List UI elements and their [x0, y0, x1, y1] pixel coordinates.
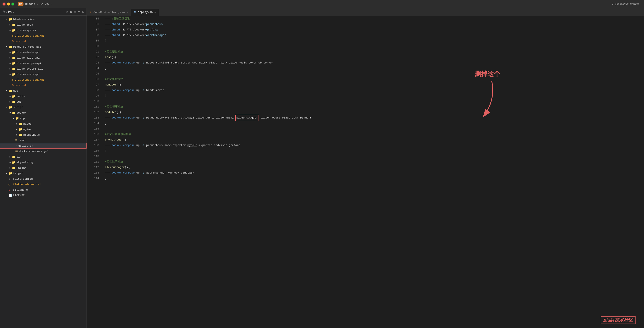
branch-arrow-icon: ▾ [51, 3, 52, 5]
collapse-icon[interactable]: ⇅ [70, 10, 72, 14]
sidebar-item-blade-desk[interactable]: 📁 blade-desk [0, 22, 86, 28]
sidebar-item-blade-user-api[interactable]: 📁 blade-user-api [0, 72, 86, 77]
code-editor[interactable]: ——— #增加目录权限 ——— chmod -R 777 /docker/pro… [102, 16, 644, 328]
license-icon: 📄 [8, 194, 12, 197]
project-panel-title: Project [2, 10, 64, 13]
tree-item-label: sql [16, 100, 21, 104]
code-line-109: } [105, 148, 640, 154]
code-line-113: ——— docker-compose up -d alertmanager we… [105, 170, 640, 176]
pom-icon: m [12, 84, 14, 87]
sidebar-item-skywalking[interactable]: 📁 skywalking [0, 160, 86, 165]
code-line-87: ——— chmod -R 777 /docker/grafana [105, 27, 640, 32]
chevron-down-icon [12, 117, 15, 120]
code-line-89: } [105, 38, 640, 44]
sidebar-item-prometheus[interactable]: 📁 prometheus [0, 132, 86, 138]
code-line-90 [105, 44, 640, 49]
chevron-down-icon [8, 112, 12, 114]
sidebar-item-elk[interactable]: 📁 elk [0, 154, 86, 160]
sidebar-item-flattened-pom-2[interactable]: ◇ .flattened-pom.xml [0, 77, 86, 82]
sidebar-item-blade-dict-api[interactable]: 📁 blade-dict-api [0, 55, 86, 60]
tree-item-label: app [20, 117, 25, 120]
folder-icon: 📁 [8, 172, 12, 175]
gitignore-icon: ⊘ [8, 188, 10, 192]
sidebar-item-pom-2[interactable]: m pom.xml [0, 82, 86, 88]
sidebar-item-doc[interactable]: 📁 doc [0, 88, 86, 94]
chevron-right-icon [15, 134, 18, 136]
sidebar-item-blade-scope-api[interactable]: 📁 blade-scope-api [0, 60, 86, 66]
tree-item-label: prometheus [23, 133, 40, 136]
sidebar-toolbar: ⊕ ⇅ ✕ ⋯ ⊟ [66, 10, 84, 14]
chevron-down-icon [5, 90, 8, 92]
sidebar-item-blade-service-api[interactable]: 📁 blade-service-api [0, 44, 86, 50]
sidebar-item-nacos[interactable]: 📁 nacos [0, 94, 86, 99]
tree-item-label: blade-user-api [16, 73, 40, 76]
sh-icon: ≡ [16, 144, 17, 148]
folder-icon: 📁 [12, 111, 16, 115]
sidebar-item-deploy-sh[interactable]: ≡ deploy.sh [0, 143, 86, 148]
folder-icon: 📁 [12, 100, 16, 104]
close-panel-icon[interactable]: ✕ [74, 10, 76, 14]
chevron-right-icon [8, 95, 12, 98]
chevron-right-icon [8, 68, 12, 70]
sidebar-item-sql[interactable]: 📁 sql [0, 99, 86, 104]
tree-item-label: skywalking [16, 161, 33, 164]
right-arrow-icon: ▾ [640, 3, 642, 5]
folder-icon: 📁 [12, 94, 16, 98]
close-button[interactable] [2, 2, 6, 6]
sidebar-item-flattened-pom-1[interactable]: ◇ .flattened-pom.xml [0, 33, 86, 38]
minimize-button[interactable] [7, 2, 10, 6]
sidebar-item-blade-system[interactable]: 📁 blade-system [0, 28, 86, 33]
app-name: BladeX [25, 2, 35, 6]
tree-item-label: blade-desk-api [16, 51, 40, 54]
sidebar-item-blade-system-api[interactable]: 📁 blade-system-api [0, 66, 86, 72]
sidebar-item-env[interactable]: ≡ .env [0, 138, 86, 143]
sidebar-item-license[interactable]: 📄 LICENSE [0, 192, 86, 198]
sidebar-item-nacos2[interactable]: 📁 nacos [0, 121, 86, 126]
settings-icon[interactable]: ⋯ [78, 10, 80, 14]
sidebar-item-target[interactable]: 📁 target [0, 170, 86, 176]
chevron-down-icon [5, 18, 8, 20]
chevron-down-icon [5, 46, 8, 48]
folder-icon: 📁 [12, 155, 16, 159]
add-directory-icon[interactable]: ⊕ [66, 10, 68, 14]
tab-close-icon[interactable]: ✕ [154, 11, 156, 14]
tab-codecontroller[interactable]: ☕ CodeController.java ✕ [87, 9, 131, 16]
sidebar-item-docker-compose-yml[interactable]: ☰ docker-compose.yml [0, 148, 86, 154]
tree-item-label: .flattened-pom.xml [14, 34, 44, 38]
tab-label-deploy: deploy.sh [138, 10, 153, 14]
sidebar-item-app[interactable]: 📁 app [0, 116, 86, 121]
tree-item-label: pom.xml [14, 84, 26, 87]
tab-close-icon[interactable]: ✕ [126, 11, 128, 14]
code-line-112: alertmanager(){ [105, 165, 640, 170]
tree-item-label: docker [16, 111, 26, 114]
sidebar-item-editorconfig[interactable]: ⚙ .editorconfig [0, 176, 86, 182]
titlebar: BX BladeX › ⎇ dev ▾ CryptoKeyGenerator ▾ [0, 0, 644, 8]
sidebar-item-gitignore[interactable]: ⊘ .gitignore [0, 187, 86, 192]
chevron-right-icon [8, 101, 12, 103]
sidebar-item-blade-desk-api[interactable]: 📁 blade-desk-api [0, 50, 86, 55]
sidebar-item-blade-service[interactable]: 📁 blade-service [0, 16, 86, 22]
maximize-button[interactable] [12, 2, 14, 6]
sidebar-item-fatjar[interactable]: 📁 fatjar [0, 165, 86, 170]
expand-icon[interactable]: ⊟ [82, 10, 84, 14]
env-icon: ≡ [15, 138, 17, 142]
code-line-108: ——— docker-compose up -d prometheus node… [105, 143, 640, 148]
sidebar-item-pom-1[interactable]: m pom.xml [0, 38, 86, 44]
sidebar-item-flattened-pom-root[interactable]: ◇ .flattened-pom.xml [0, 182, 86, 187]
sidebar-item-docker[interactable]: 📁 docker [0, 110, 86, 116]
code-line-97: monitor(){ [105, 82, 640, 88]
tab-deploy[interactable]: ≡ deploy.sh ✕ [131, 9, 159, 16]
tree-item-label: blade-desk [16, 23, 33, 26]
code-line-100 [105, 98, 640, 104]
traffic-lights [2, 2, 14, 6]
tree-item-label: .env [18, 139, 24, 142]
chevron-right-icon [8, 62, 12, 64]
folder-icon: 📁 [8, 106, 12, 109]
chevron-down-icon [5, 106, 8, 108]
sidebar-item-script[interactable]: 📁 script [0, 104, 86, 110]
java-file-icon: ☕ [90, 10, 92, 14]
tree-item-label: nginx [23, 128, 32, 131]
code-line-102: modules(){ [105, 110, 640, 115]
sidebar-item-nginx[interactable]: 📁 nginx [0, 126, 86, 132]
tree-item-label: LICENSE [13, 194, 25, 197]
